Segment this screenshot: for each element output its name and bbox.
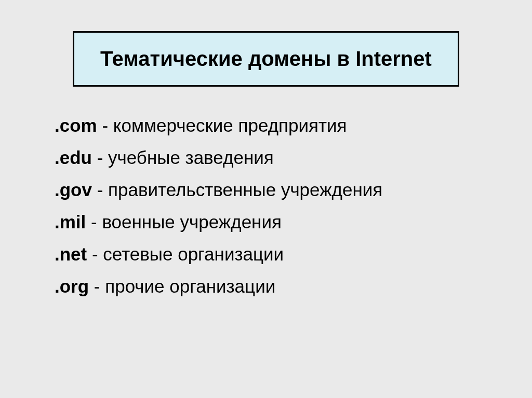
list-item: .com - коммерческие предприятия — [55, 115, 382, 136]
list-item: .edu - учебные заведения — [55, 147, 382, 168]
list-item: .net - сетевые организации — [55, 244, 382, 265]
list-item: .gov - правительственные учреждения — [55, 180, 382, 200]
domain-code: .org — [55, 276, 89, 296]
domain-code: .edu — [55, 147, 92, 168]
domain-code: .gov — [55, 180, 92, 200]
domain-description: - правительственные учреждения — [92, 180, 382, 200]
list-item: .org - прочие организации — [55, 276, 382, 297]
domain-code: .net — [55, 244, 87, 264]
title-container: Тематические домены в Internet — [73, 31, 459, 87]
domain-description: - учебные заведения — [92, 147, 274, 168]
domain-list: .com - коммерческие предприятия .edu - у… — [0, 115, 382, 297]
domain-code: .mil — [55, 212, 86, 232]
domain-description: - коммерческие предприятия — [97, 115, 347, 135]
list-item: .mil - военные учреждения — [55, 212, 382, 232]
domain-description: - военные учреждения — [86, 212, 282, 232]
slide-title: Тематические домены в Internet — [100, 47, 432, 71]
domain-description: - сетевые организации — [87, 244, 284, 264]
domain-code: .com — [55, 115, 97, 135]
domain-description: - прочие организации — [89, 276, 275, 296]
